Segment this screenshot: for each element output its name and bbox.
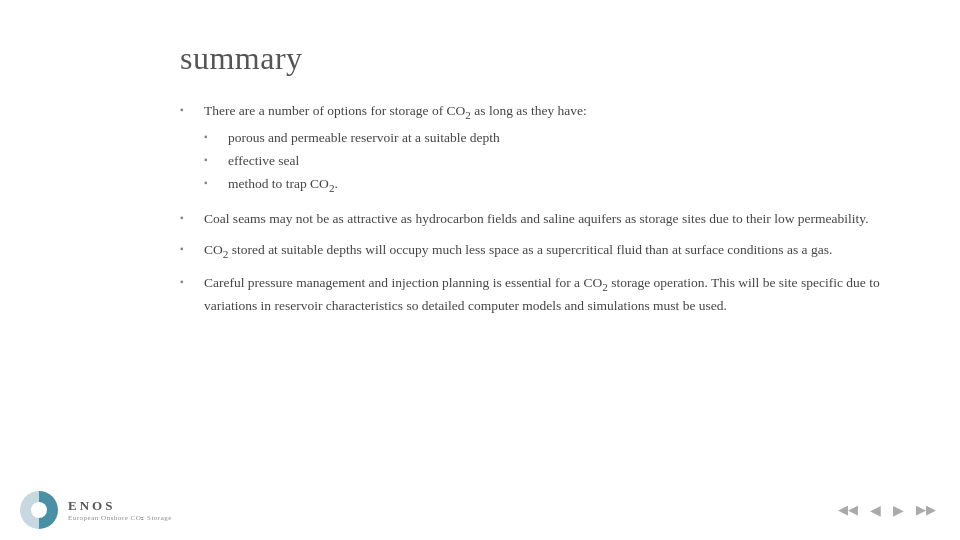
sub-item-text-1c: method to trap CO2. (228, 174, 338, 197)
nav-controls: ◀◀ ◀ ▶ ▶▶ (834, 500, 940, 521)
slide-title: summary (180, 40, 900, 77)
sub-item-1c: ▪ method to trap CO2. (204, 174, 900, 197)
sub-bullet-icon-1b: ▪ (204, 152, 222, 168)
sub-bullet-icon-1a: ▪ (204, 129, 222, 145)
sub-item-1b: ▪ effective seal (204, 151, 900, 172)
sub-bullet-list-1: ▪ porous and permeable reservoir at a su… (204, 128, 900, 197)
sub-item-text-1a: porous and permeable reservoir at a suit… (228, 128, 500, 149)
sub-item-1a: ▪ porous and permeable reservoir at a su… (204, 128, 900, 149)
bullet-text-2: Coal seams may not be as attractive as h… (204, 209, 900, 230)
bullet-text-1: There are a number of options for storag… (204, 101, 900, 199)
sub-bullet-icon-1c: ▪ (204, 175, 222, 191)
bullet-icon-2: ▪ (180, 210, 198, 226)
main-bullet-list: ▪ There are a number of options for stor… (180, 101, 900, 317)
logo-circle-inner (31, 502, 47, 518)
bottom-bar: ENOS European Onshore CO₂ Storage ◀◀ ◀ ▶… (0, 480, 960, 540)
bullet-text-4: Careful pressure management and injectio… (204, 273, 900, 317)
nav-first-button[interactable]: ◀◀ (834, 500, 862, 520)
slide: summary ▪ There are a number of options … (0, 0, 960, 540)
bullet-icon-3: ▪ (180, 241, 198, 257)
bullet-item-2: ▪ Coal seams may not be as attractive as… (180, 209, 900, 230)
logo-area: ENOS European Onshore CO₂ Storage (20, 491, 172, 529)
nav-last-button[interactable]: ▶▶ (912, 500, 940, 520)
bullet-icon-1: ▪ (180, 102, 198, 118)
bullet-item-4: ▪ Careful pressure management and inject… (180, 273, 900, 317)
bullet-item-1: ▪ There are a number of options for stor… (180, 101, 900, 199)
sub-item-text-1b: effective seal (228, 151, 299, 172)
nav-next-button[interactable]: ▶ (889, 500, 908, 521)
logo-subtitle: European Onshore CO₂ Storage (68, 514, 172, 522)
logo-name: ENOS (68, 498, 172, 514)
nav-prev-button[interactable]: ◀ (866, 500, 885, 521)
bullet-text-3: CO2 stored at suitable depths will occup… (204, 240, 900, 263)
slide-content: ▪ There are a number of options for stor… (180, 101, 900, 317)
logo-circle (20, 491, 58, 529)
bullet-icon-4: ▪ (180, 274, 198, 290)
bullet-item-3: ▪ CO2 stored at suitable depths will occ… (180, 240, 900, 263)
logo-text: ENOS European Onshore CO₂ Storage (68, 498, 172, 522)
